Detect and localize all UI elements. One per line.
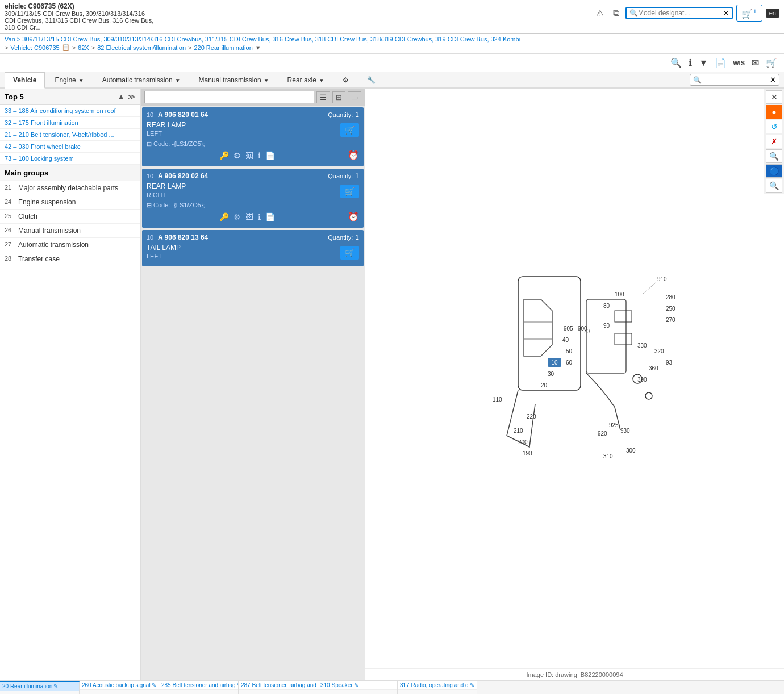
model-search-input[interactable] [638,9,723,17]
model-series-link[interactable]: 309/11/13/15 CDI Crew Bus, 309/310/313/3… [22,36,520,43]
part-qty-val-1: 1 [355,172,359,180]
x-mark-btn[interactable]: ✗ [766,135,782,148]
doc-icon-1[interactable]: 📄 [265,212,275,221]
tab-vehicle[interactable]: Vehicle [5,72,45,89]
info-toolbar-btn[interactable]: ℹ [686,56,694,69]
svg-text:280: 280 [666,294,675,300]
breadcrumb-line1: Van > 309/11/13/15 CDI Crew Bus, 309/310… [5,36,779,43]
group-item-28[interactable]: 28 Transfer case [0,252,140,266]
add-to-cart-btn-0[interactable]: 🛒 [340,123,359,137]
wis-toolbar-btn[interactable]: WIS [731,58,747,68]
part-qty-label-0: Quantity: [328,111,353,118]
image-icon-0[interactable]: 🖼 [245,151,253,160]
top5-item-3[interactable]: 42 – 030 Front wheel brake [0,141,140,153]
svg-rect-4 [615,311,632,322]
group-item-21[interactable]: 21 Major assembly detachable parts [0,181,140,195]
section-link[interactable]: 82 Electrical system/illumination [97,44,186,51]
group-label-24: Engine suspension [18,198,76,206]
group-num-24: 24 [5,198,18,206]
top5-expand-btn[interactable]: ≫ [127,92,136,101]
thumbnail-item-0[interactable]: 20 Rear illumination ✎ [0,681,80,694]
thumbnail-item-2[interactable]: 285 Belt tensioner and airbag ✎ [159,681,239,694]
top5-item-4[interactable]: 73 – 100 Locking system [0,153,140,165]
svg-text:90: 90 [603,323,610,329]
group-item-27[interactable]: 27 Automatic transmission [0,238,140,252]
svg-text:330: 330 [637,342,647,349]
vehicle-desc-line2: CDI Crewbus, 311/315 CDI Crew Bus, 316 C… [5,17,589,24]
vehicle-info: ehicle: C906735 (62X) 309/11/13/15 CDI C… [5,2,589,31]
group-label-25: Clutch [18,212,37,220]
settings-icon-0[interactable]: ⚙ [233,151,241,160]
tab-manual-trans[interactable]: Manual transmission ▼ [190,72,278,87]
cart-btn[interactable]: 🛒+ [736,5,762,22]
info-icon-0[interactable]: ℹ [258,151,261,160]
add-to-cart-btn-2[interactable]: 🛒 [340,246,359,260]
cart-toolbar-btn[interactable]: 🛒 [764,56,779,69]
thumbnail-item-4[interactable]: 310 Speaker ✎ [318,681,398,694]
top5-item-2[interactable]: 21 – 210 Belt tensioner, V-belt/ribbed .… [0,129,140,141]
group-label-28: Transfer case [18,255,60,263]
tab-auto-trans[interactable]: Automatic transmission ▼ [94,72,189,87]
thumbnail-item-1[interactable]: 260 Acoustic backup signal ✎ [80,681,159,694]
part-subname-1: RIGHT [147,191,340,198]
top5-collapse-btn[interactable]: ▲ [117,92,125,101]
part-subname-0: LEFT [147,130,340,137]
settings-icon-1[interactable]: ⚙ [233,212,241,221]
zoom-minus-btn[interactable]: 🔍 [766,179,782,193]
alert-icon-btn[interactable]: ⚠ [593,6,607,20]
key-icon-1[interactable]: 🔑 [219,212,229,221]
zoom-in-toolbar-btn[interactable]: 🔍 [668,56,684,69]
doc-toolbar-btn[interactable]: 📄 [712,56,728,69]
zoom-in-diagram-btn[interactable]: 🔍 [766,149,782,163]
tab-wrench-icon[interactable]: 🔧 [358,72,384,87]
model-code-link[interactable]: 62X [78,44,89,51]
copy-icon-btn[interactable]: ⧉ [610,6,622,20]
svg-text:390: 390 [637,377,647,383]
doc-icon-0[interactable]: 📄 [265,151,275,160]
part-code-1: ⊞ Code: -{LS1/ZO5}; [147,202,359,209]
vehicle-link[interactable]: Vehicle: C906735 [10,44,59,51]
view-grid-btn[interactable]: ⊞ [332,91,345,103]
info-icon-1[interactable]: ℹ [258,212,261,221]
group-item-24[interactable]: 24 Engine suspension [0,195,140,210]
close-diagram-btn[interactable]: ✕ [766,90,782,104]
van-link[interactable]: Van [5,36,15,43]
part-clock-row-0: 🔑 ⚙ 🖼 ℹ 📄 ⏰ [147,150,359,161]
view-compact-btn[interactable]: ▭ [348,91,361,103]
group-item-25[interactable]: 25 Clutch [0,210,140,224]
thumb-edit-icon-4: ✎ [354,682,358,688]
copy-icon-inline: 📋 [62,44,70,51]
nav-search-input[interactable] [702,76,770,84]
group-num-25: 25 [5,212,18,220]
nav-search-clear-btn[interactable]: ✕ [770,76,776,84]
add-to-cart-btn-1[interactable]: 🛒 [340,185,359,198]
top5-item-1[interactable]: 32 – 175 Front illumination [0,117,140,129]
top5-title: Top 5 [5,93,24,101]
top5-item-0[interactable]: 33 – 188 Air conditioning system on roof [0,105,140,117]
search-clear-btn[interactable]: ✕ [723,9,729,17]
group-item-26[interactable]: 26 Manual transmission [0,224,140,238]
tab-gear-icon[interactable]: ⚙ [334,72,357,87]
email-toolbar-btn[interactable]: ✉ [749,56,761,69]
subsection-link[interactable]: 220 Rear illumination [194,44,252,51]
parts-search-input[interactable] [144,91,314,103]
part-name-2: TAIL LAMP [147,244,340,252]
tab-engine[interactable]: Engine ▼ [46,72,92,87]
breadcrumb-section: Van > 309/11/13/15 CDI Crew Bus, 309/310… [0,34,784,54]
thumbnail-label-3: 287 Belt tensioner, airbag and side airb… [239,681,318,690]
image-icon-1[interactable]: 🖼 [245,212,253,221]
thumbnail-item-5[interactable]: 317 Radio, operating and d ✎ [398,681,477,694]
svg-text:60: 60 [566,359,573,366]
refresh-btn[interactable]: ↺ [766,120,782,133]
diagram-svg: 10 910 280 250 270 905 900 100 [439,265,711,492]
key-icon-0[interactable]: 🔑 [219,151,229,160]
tab-engine-arrow: ▼ [78,77,84,83]
part-name-0: REAR LAMP [147,121,340,129]
tab-rear-axle[interactable]: Rear axle ▼ [279,72,333,87]
thumbnail-item-3[interactable]: 287 Belt tensioner, airbag and side airb… [239,681,318,694]
orange-circle-btn[interactable]: ● [766,105,782,119]
zoom-out-diagram-btn[interactable]: 🔵 [766,164,782,178]
filter-toolbar-btn[interactable]: ▼ [697,57,710,69]
view-list-btn[interactable]: ☰ [316,91,330,103]
main-layout: Top 5 ▲ ≫ 33 – 188 Air conditioning syst… [0,89,784,680]
